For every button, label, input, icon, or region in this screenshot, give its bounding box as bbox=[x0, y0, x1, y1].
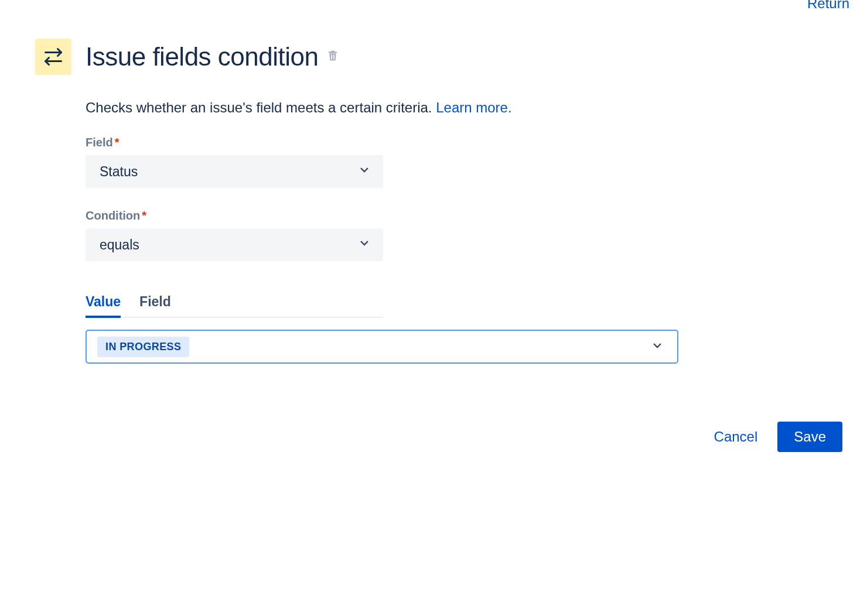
status-lozenge: IN PROGRESS bbox=[97, 337, 189, 357]
chevron-down-icon bbox=[357, 236, 371, 254]
page-title: Issue fields condition bbox=[86, 42, 318, 71]
condition-label: Condition * bbox=[86, 209, 844, 223]
field-label-text: Field bbox=[86, 136, 113, 149]
value-field-tabs: Value Field bbox=[86, 294, 383, 318]
condition-select[interactable]: equals bbox=[86, 228, 383, 261]
field-select-value: Status bbox=[100, 164, 138, 180]
condition-select-value: equals bbox=[100, 237, 139, 253]
cancel-button[interactable]: Cancel bbox=[714, 429, 758, 445]
field-label: Field * bbox=[86, 136, 844, 149]
required-mark: * bbox=[115, 136, 120, 149]
description-text: Checks whether an issue's field meets a … bbox=[86, 100, 844, 116]
trash-icon[interactable] bbox=[326, 49, 339, 65]
tab-field[interactable]: Field bbox=[139, 294, 171, 318]
value-multiselect[interactable]: IN PROGRESS bbox=[86, 330, 678, 364]
tab-value[interactable]: Value bbox=[86, 294, 121, 318]
field-select[interactable]: Status bbox=[86, 155, 383, 188]
required-mark: * bbox=[142, 209, 146, 223]
learn-more-link[interactable]: Learn more. bbox=[436, 100, 511, 115]
description-body: Checks whether an issue's field meets a … bbox=[86, 100, 432, 115]
condition-type-icon bbox=[35, 39, 71, 75]
return-link[interactable]: Return bbox=[807, 0, 849, 12]
chevron-down-icon bbox=[357, 163, 371, 180]
chevron-down-icon bbox=[650, 338, 664, 355]
save-button[interactable]: Save bbox=[777, 422, 842, 452]
condition-label-text: Condition bbox=[86, 209, 140, 223]
